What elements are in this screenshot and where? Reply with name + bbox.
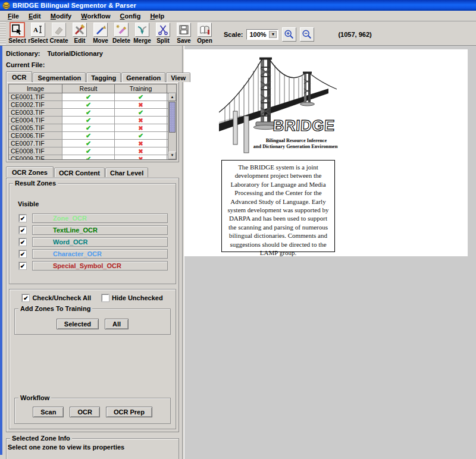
scan-button[interactable]: Scan: [33, 407, 64, 417]
titlebar[interactable]: BRIDGE Bilingual Segmentor & Parser: [0, 0, 476, 11]
file-table-header: Image Result Training: [9, 84, 176, 93]
training-mark: [115, 109, 167, 116]
table-row[interactable]: CE0007.TIF: [9, 140, 176, 147]
zoom-in-icon: [283, 29, 295, 40]
zone-row: Zone_OCR: [19, 213, 171, 223]
tab-ocr[interactable]: OCR: [6, 71, 32, 82]
rselect-tool-button[interactable]: A rSelect: [28, 23, 48, 44]
scroll-down-icon[interactable]: ▼: [168, 152, 176, 159]
table-row[interactable]: CE0008.TIF: [9, 147, 176, 155]
table-row[interactable]: CE0006.TIF: [9, 132, 176, 140]
menu-help[interactable]: Help: [146, 12, 168, 20]
ocr-zones-pane: Result Zones Visible Zone_OCR TextLine_O…: [6, 178, 179, 432]
table-row[interactable]: CE0005.TIF: [9, 124, 176, 132]
save-button[interactable]: Save: [174, 23, 194, 44]
dictionary-label: Dictionary:: [6, 50, 40, 57]
select-tool-button[interactable]: Select: [7, 23, 27, 44]
chevron-down-icon: ▼: [269, 31, 277, 38]
zone-field-special-symbol-ocr[interactable]: Special_Symbol_OCR: [32, 261, 168, 271]
zone-field-character-ocr[interactable]: Character_OCR: [32, 249, 168, 259]
table-row[interactable]: CE0001.TIF: [9, 93, 176, 101]
move-tool-button[interactable]: Move: [90, 23, 111, 44]
app-window: BRIDGE Bilingual Segmentor & Parser File…: [0, 0, 476, 459]
zone-tabstrip: OCR Zones OCR Content Char Level: [6, 166, 179, 177]
content-area: Dictionary: TutorialDictionary Current F…: [0, 46, 476, 459]
toolbar: Select A rSelect Create Edit Move Delete…: [0, 21, 476, 46]
tab-tagging[interactable]: Tagging: [86, 73, 121, 82]
result-mark: [62, 109, 115, 116]
tab-ocr-zones[interactable]: OCR Zones: [6, 166, 54, 177]
tab-view[interactable]: View: [166, 73, 190, 82]
zone-visible-checkbox[interactable]: [19, 238, 26, 246]
table-row[interactable]: CE0002.TIF: [9, 101, 176, 109]
hide-unchecked[interactable]: Hide Unchecked: [102, 294, 163, 301]
result-mark: [62, 147, 115, 155]
result-mark: [62, 117, 115, 124]
check-uncheck-all[interactable]: Check/Uncheck All: [22, 294, 91, 301]
table-scrollbar[interactable]: ▲ ▼: [168, 93, 176, 159]
zoom-out-button[interactable]: [300, 27, 314, 42]
zoom-in-button[interactable]: [282, 27, 296, 42]
check-uncheck-all-checkbox[interactable]: [22, 294, 29, 301]
scale-label: Scale:: [224, 31, 243, 38]
menu-edit[interactable]: Edit: [24, 12, 45, 20]
training-mark: [115, 132, 167, 139]
bridge-logo-text: BRIDGE: [273, 117, 336, 134]
scrollbar-thumb[interactable]: [169, 102, 176, 133]
menu-file[interactable]: File: [4, 12, 23, 20]
edit-tool-button[interactable]: Edit: [70, 23, 90, 44]
logo-subtitle-line2: and Dictionary Generation Environment: [253, 144, 338, 149]
delete-tool-button[interactable]: Delete: [111, 23, 131, 44]
zone-field-zone-ocr[interactable]: Zone_OCR: [32, 213, 168, 223]
tab-ocr-content[interactable]: OCR Content: [54, 168, 105, 177]
split-tool-button[interactable]: Split: [153, 23, 173, 44]
tab-generation[interactable]: Generation: [121, 73, 165, 82]
all-button[interactable]: All: [105, 319, 129, 329]
menu-modify[interactable]: Modify: [46, 12, 76, 20]
ocr-button[interactable]: OCR: [70, 407, 99, 417]
selected-button[interactable]: Selected: [57, 319, 99, 329]
zone-row: Character_OCR: [19, 249, 171, 259]
merge-tool-button[interactable]: Merge: [132, 23, 152, 44]
open-button[interactable]: Open: [195, 23, 215, 44]
select-icon: [11, 23, 24, 36]
file-table: Image Result Training CE0001.TIF CE0002.…: [8, 84, 177, 160]
menu-config[interactable]: Config: [116, 12, 145, 20]
current-file-label: Current File:: [6, 61, 45, 68]
text-select-icon: A: [32, 23, 45, 36]
zoom-out-icon: [301, 29, 313, 40]
zone-visible-checkbox[interactable]: [19, 227, 26, 234]
table-row[interactable]: CE0009.TIF: [9, 155, 176, 160]
column-training[interactable]: Training: [115, 84, 167, 93]
tab-segmentation[interactable]: Segmentation: [33, 73, 86, 82]
document-canvas[interactable]: BRIDGE Bilingual Resource Inference and …: [184, 46, 476, 459]
hide-unchecked-checkbox[interactable]: [102, 294, 109, 301]
svg-text:A: A: [33, 26, 38, 33]
zone-field-textline-ocr[interactable]: TextLine_OCR: [32, 225, 168, 235]
result-mark: [62, 140, 115, 147]
add-zones-group: Add Zones To Training Selected All: [14, 309, 171, 335]
description-text-box: The BRIDGE system is a joint development…: [221, 160, 335, 252]
ocr-prep-button[interactable]: OCR Prep: [106, 407, 152, 417]
table-row[interactable]: CE0004.TIF: [9, 117, 176, 124]
document-page[interactable]: BRIDGE Bilingual Resource Inference and …: [184, 49, 468, 256]
column-image[interactable]: Image: [9, 84, 62, 93]
table-row[interactable]: CE0003.TIF: [9, 109, 176, 117]
zone-visible-checkbox[interactable]: [19, 250, 26, 257]
zone-visible-checkbox[interactable]: [19, 215, 26, 222]
floppy-disk-icon: [177, 23, 190, 36]
zone-visible-checkbox[interactable]: [19, 262, 26, 269]
tab-char-level[interactable]: Char Level: [105, 168, 148, 177]
ocr-tab-pane: Image Result Training CE0001.TIF CE0002.…: [6, 81, 179, 162]
menubar: File Edit Modify Workflow Config Help: [0, 11, 476, 21]
column-result[interactable]: Result: [62, 84, 115, 93]
training-mark: [115, 117, 167, 124]
scale-controls: Scale: 100% ▼ (1057, 962): [224, 27, 372, 42]
scale-select[interactable]: 100% ▼: [246, 29, 278, 40]
workflow-group: Workflow Scan OCR OCR Prep: [14, 398, 171, 424]
scroll-up-icon[interactable]: ▲: [168, 93, 176, 101]
zone-field-word-ocr[interactable]: Word_OCR: [32, 237, 168, 247]
toolbar-drag-handle[interactable]: [0, 23, 6, 45]
result-mark: [62, 132, 115, 139]
menu-workflow[interactable]: Workflow: [77, 12, 114, 20]
